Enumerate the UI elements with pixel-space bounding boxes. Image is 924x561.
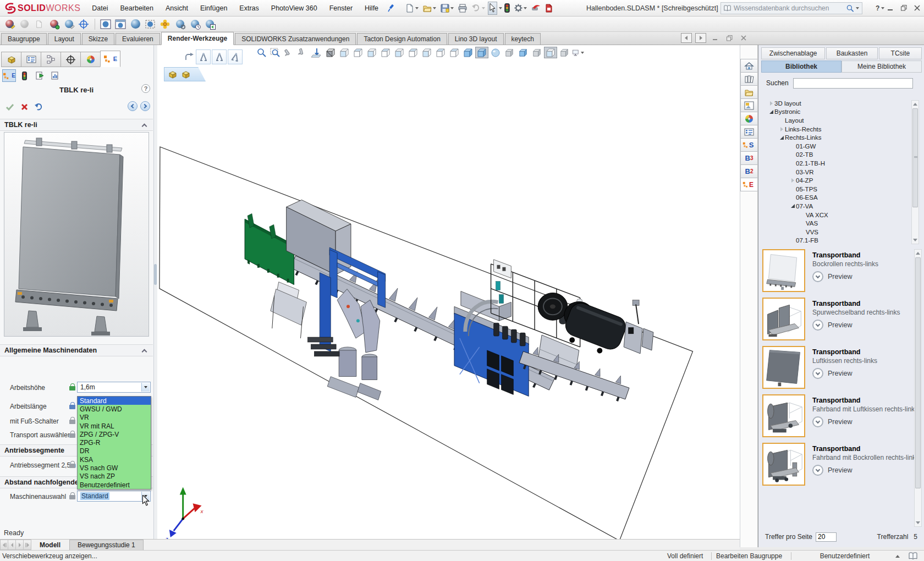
menu-hilfe[interactable]: Hilfe — [359, 0, 384, 16]
search-options-caret[interactable] — [856, 7, 859, 9]
lock-icon-antriebssegment[interactable] — [69, 461, 75, 468]
next-window-button[interactable] — [695, 33, 706, 43]
library-item-luftkissen[interactable]: Transportband Luftkissen rechts-links Pr… — [762, 346, 910, 390]
report-button[interactable] — [48, 69, 62, 82]
interference-check-button[interactable] — [503, 2, 512, 15]
view-orientation-bottom-button[interactable] — [406, 47, 420, 58]
tab-tcsite[interactable]: TCsite — [879, 47, 922, 59]
pm-group-model-header[interactable]: TBLK re-li — [0, 119, 153, 131]
undo-pm-button[interactable] — [32, 100, 45, 113]
lino-2d-layout-icon[interactable]: B2 — [740, 164, 758, 178]
view-orientation-front-button[interactable] — [338, 47, 351, 58]
paste-appearance-button[interactable] — [32, 18, 46, 31]
tree-node-04-zp[interactable]: 04-ZP — [758, 176, 910, 185]
edit-scene-button[interactable] — [47, 18, 61, 31]
cancel-button[interactable] — [18, 100, 31, 113]
tree-node-02-tb[interactable]: 02-TB — [758, 151, 910, 160]
item-thumbnail[interactable] — [762, 346, 805, 389]
schedule-render-button[interactable] — [188, 18, 202, 31]
part-crumb-icon[interactable] — [180, 69, 191, 79]
tree-node-vvs[interactable]: VVS — [758, 228, 910, 237]
graphics-viewport[interactable]: x z — [157, 45, 740, 539]
tab-render-werkzeuge[interactable]: Render-Werkzeuge — [161, 32, 234, 45]
lino-3d-layout-icon[interactable]: B3 — [740, 151, 758, 165]
pm-help-button[interactable]: ? — [141, 84, 150, 93]
pm-group-general-header[interactable]: Allgemeine Maschinendaten — [0, 344, 153, 356]
smart-dimension-button-1[interactable] — [196, 50, 211, 64]
edit-appearance-button[interactable] — [2, 18, 16, 31]
child-close-button[interactable] — [738, 33, 749, 43]
tree-node-07-1-fb[interactable]: 07.1-FB — [758, 237, 910, 245]
shadow-toggle-button[interactable] — [516, 47, 530, 58]
items-scrollbar[interactable] — [914, 249, 922, 527]
print-button[interactable] — [457, 2, 469, 15]
tab-lino-3d-layout[interactable]: Lino 3D layout — [448, 33, 504, 45]
undo-button[interactable] — [470, 2, 487, 15]
minimize-button[interactable] — [884, 0, 897, 16]
dropdown-option-gwsu-gwd[interactable]: GWSU / GWD — [78, 405, 151, 413]
tree-node-layout[interactable]: Layout — [758, 116, 910, 125]
view-palette-icon[interactable] — [740, 98, 758, 112]
status-light-button[interactable] — [18, 69, 31, 82]
menu-photoview[interactable]: PhotoView 360 — [265, 0, 323, 16]
tree-scrollbar[interactable] — [911, 100, 919, 244]
ok-button[interactable] — [3, 100, 16, 113]
preview-window-button[interactable] — [113, 18, 128, 31]
tacton-configurator-icon[interactable]: E — [740, 178, 758, 191]
help-menu[interactable]: ? — [876, 0, 884, 16]
close-button[interactable] — [911, 0, 923, 16]
lock-icon-arbeitslaenge[interactable] — [69, 402, 75, 409]
dropdown-option-benutzerdefiniert[interactable]: Benutzerdefiniert — [78, 481, 151, 489]
preview-label[interactable]: Preview — [828, 273, 852, 280]
dropdown-option-zpg-r[interactable]: ZPG-R — [78, 438, 151, 447]
tab-bibliothek[interactable]: Bibliothek — [761, 61, 842, 73]
appearance-button[interactable] — [489, 47, 502, 58]
preview-expand-icon[interactable] — [812, 271, 823, 282]
dropdown-option-dr[interactable]: DR — [78, 447, 151, 455]
smart-dimension-button-2[interactable] — [212, 50, 227, 64]
view-settings-button[interactable] — [571, 47, 585, 58]
wireframe-style-button[interactable] — [448, 47, 461, 58]
per-page-input[interactable] — [816, 532, 837, 542]
dropdown-option-standard[interactable]: Standard — [78, 397, 151, 405]
edit-sunlight-button[interactable] — [158, 18, 172, 31]
tab-tacton[interactable]: Tacton Design Automation — [357, 33, 447, 45]
options-button[interactable] — [513, 2, 529, 15]
dropdown-option-vr[interactable]: VR — [78, 414, 151, 422]
target-button[interactable] — [76, 18, 91, 31]
new-document-button[interactable] — [404, 2, 420, 15]
preview-label[interactable]: Preview — [828, 321, 852, 329]
tacton-manager-tab[interactable]: E — [100, 51, 120, 67]
apply-scene-button[interactable] — [503, 47, 516, 58]
tab-keytech[interactable]: keytech — [505, 33, 541, 45]
zoom-area-button[interactable] — [269, 47, 282, 58]
menu-datei[interactable]: Datei — [86, 0, 114, 16]
dropdown-option-vs-nach-zp[interactable]: VS nach ZP — [78, 472, 151, 481]
integrated-preview-button[interactable] — [98, 18, 113, 31]
previous-tab-button[interactable] — [8, 540, 16, 550]
tree-node-links-rechts[interactable]: Links-Rechts — [758, 125, 910, 134]
design-library-icon[interactable] — [740, 72, 758, 86]
search-icon[interactable] — [846, 4, 855, 13]
propertymanager-tab[interactable] — [21, 52, 41, 67]
previous-view-button[interactable] — [283, 47, 296, 58]
menu-einfuegen[interactable]: Einfügen — [194, 0, 233, 16]
export-button[interactable] — [33, 69, 47, 82]
smart-dimension-button-3[interactable] — [228, 50, 243, 64]
zoom-fit-button[interactable] — [255, 47, 268, 58]
tree-node-bystronic[interactable]: Bystronic — [758, 108, 910, 117]
tag-icon[interactable] — [909, 551, 917, 561]
library-item-bockrollen[interactable]: Transportband Bockrollen rechts-links Pr… — [762, 249, 910, 293]
maschinenauswahl-select[interactable]: Standard — [77, 491, 151, 502]
tab-bewegungsstudie[interactable]: Bewegungsstudie 1 — [69, 540, 144, 550]
library-item-spurwechselband[interactable]: Transportband Spurwechselband rechts-lin… — [762, 298, 910, 342]
file-explorer-icon[interactable] — [740, 85, 758, 99]
view-orientation-top-button[interactable] — [393, 47, 406, 58]
redo-arrow-icon[interactable] — [185, 53, 194, 62]
custom-properties-icon[interactable] — [740, 125, 758, 139]
previous-window-button[interactable] — [681, 33, 692, 43]
tree-node-vas[interactable]: VAS — [758, 219, 910, 228]
tab-baukasten[interactable]: Baukasten — [826, 47, 877, 59]
pdf-export-button[interactable] — [543, 2, 554, 15]
tab-zwischenablage[interactable]: Zwischenablage — [761, 47, 825, 59]
